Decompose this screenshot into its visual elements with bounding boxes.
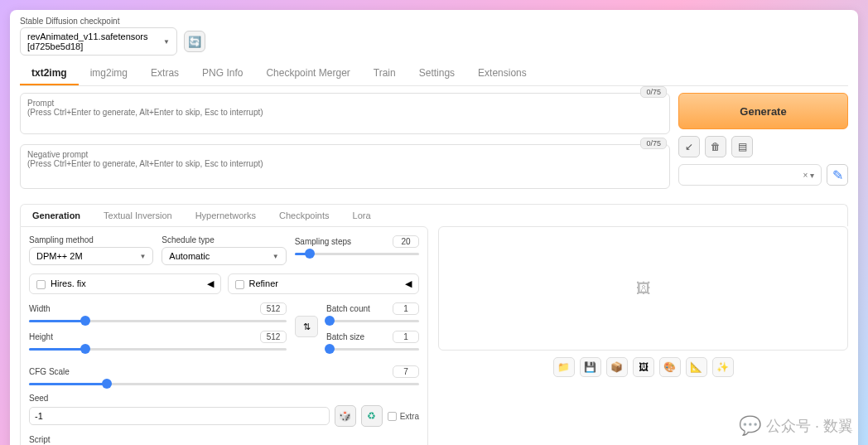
generate-button[interactable]: Generate bbox=[678, 93, 848, 129]
batch-size-value[interactable]: 1 bbox=[393, 331, 419, 343]
upscale-button[interactable]: ✨ bbox=[712, 357, 734, 377]
subtab-generation[interactable]: Generation bbox=[21, 205, 92, 226]
width-slider[interactable] bbox=[29, 317, 287, 324]
tab-extras[interactable]: Extras bbox=[139, 62, 190, 85]
batch-count-value[interactable]: 1 bbox=[393, 302, 419, 315]
dims-row: Width512 Height512 ⇅ Batch count1 bbox=[29, 302, 419, 359]
edit-style-button[interactable]: ✎ bbox=[827, 164, 848, 186]
neg-prompt-input[interactable] bbox=[20, 144, 670, 189]
sampling-method-label: Sampling method bbox=[29, 235, 153, 244]
collapse-row: Hires. fix ◀ Refiner ◀ bbox=[29, 273, 419, 294]
cfg-field: CFG Scale7 bbox=[29, 365, 419, 387]
image-icon: 🖼 bbox=[639, 361, 649, 373]
output-panel: 🖼 📁 💾 📦 🖼 🎨 📐 ✨ bbox=[438, 226, 848, 445]
steps-value[interactable]: 20 bbox=[393, 235, 419, 248]
batch-col: Batch count1 Batch size1 bbox=[326, 302, 419, 359]
checkpoint-value: revAnimated_v11.safetensors [d725be5d18] bbox=[27, 31, 163, 51]
subtab-checkpoints[interactable]: Checkpoints bbox=[268, 205, 341, 226]
save-button[interactable]: 💾 bbox=[580, 357, 601, 377]
arrow-down-left-icon: ↙ bbox=[685, 141, 693, 152]
batch-count-field: Batch count1 bbox=[326, 302, 419, 324]
batch-size-field: Batch size1 bbox=[326, 331, 419, 352]
hires-label: Hires. fix bbox=[51, 278, 86, 288]
seed-input[interactable] bbox=[29, 407, 330, 425]
clipboard-icon: ▤ bbox=[738, 141, 747, 152]
width-field: Width512 bbox=[29, 302, 287, 324]
height-field: Height512 bbox=[29, 331, 287, 352]
script-label: Script bbox=[29, 435, 419, 444]
send-extras-button[interactable]: 📐 bbox=[686, 357, 707, 377]
steps-slider[interactable] bbox=[295, 250, 419, 257]
refiner-checkbox[interactable] bbox=[235, 280, 244, 289]
clipboard-button[interactable]: ▤ bbox=[731, 136, 753, 157]
hires-fix-toggle[interactable]: Hires. fix ◀ bbox=[29, 273, 221, 294]
seed-row: 🎲 ♻ Extra bbox=[29, 405, 419, 427]
reuse-seed-button[interactable]: ♻ bbox=[361, 405, 383, 427]
restore-button[interactable]: ↙ bbox=[678, 136, 700, 157]
refresh-checkpoint-button[interactable]: 🔄 bbox=[184, 31, 205, 52]
sampling-method-select[interactable]: DPM++ 2M ▼ bbox=[29, 247, 153, 265]
right-column: Generate ↙ 🗑 ▤ × ▾ ✎ bbox=[678, 93, 848, 199]
watermark-text: 公众号 · 数翼 bbox=[766, 416, 853, 436]
subtab-textual-inversion[interactable]: Textual Inversion bbox=[92, 205, 184, 226]
wechat-icon: 💬 bbox=[739, 415, 761, 437]
prompt-wrapper: 0/75 bbox=[20, 93, 670, 138]
random-seed-button[interactable]: 🎲 bbox=[335, 405, 356, 427]
height-value[interactable]: 512 bbox=[260, 331, 287, 343]
triangle-left-icon: ◀ bbox=[207, 278, 214, 289]
batch-size-slider[interactable] bbox=[326, 346, 419, 352]
tab-checkpoint-merger[interactable]: Checkpoint Merger bbox=[254, 62, 361, 85]
checkpoint-select[interactable]: revAnimated_v11.safetensors [d725be5d18]… bbox=[20, 27, 177, 56]
seed-label: Seed bbox=[29, 394, 419, 403]
tab-train[interactable]: Train bbox=[362, 62, 407, 85]
action-row: ↙ 🗑 ▤ bbox=[678, 136, 848, 157]
open-folder-button[interactable]: 📁 bbox=[553, 357, 575, 377]
refiner-toggle[interactable]: Refiner ◀ bbox=[228, 273, 420, 294]
batch-count-slider[interactable] bbox=[326, 317, 419, 324]
recycle-icon: ♻ bbox=[367, 410, 376, 422]
chevron-;down-icon: ▼ bbox=[139, 253, 146, 260]
sparkle-icon: ✨ bbox=[716, 361, 729, 373]
extra-seed-toggle[interactable]: Extra bbox=[388, 412, 419, 421]
checkpoint-row: revAnimated_v11.safetensors [d725be5d18]… bbox=[20, 27, 848, 56]
cfg-slider[interactable] bbox=[29, 380, 419, 387]
dice-icon: 🎲 bbox=[339, 410, 351, 422]
archive-icon: 📦 bbox=[610, 361, 623, 373]
zip-button[interactable]: 📦 bbox=[606, 357, 628, 377]
tab-img2img[interactable]: img2img bbox=[79, 62, 139, 85]
tab-txt2img[interactable]: txt2img bbox=[20, 62, 79, 85]
sampling-method-value: DPM++ 2M bbox=[36, 251, 83, 261]
send-inpaint-button[interactable]: 🎨 bbox=[659, 357, 681, 377]
cfg-value[interactable]: 7 bbox=[393, 365, 419, 378]
app-container: Stable Diffusion checkpoint revAnimated_… bbox=[10, 10, 858, 445]
tab-pnginfo[interactable]: PNG Info bbox=[190, 62, 254, 85]
clear-button[interactable]: 🗑 bbox=[705, 136, 726, 157]
triangle-left-icon: ◀ bbox=[405, 278, 412, 289]
workspace: 0/75 0/75 Generate ↙ 🗑 ▤ × ▾ ✎ bbox=[20, 93, 848, 199]
height-slider[interactable] bbox=[29, 346, 287, 352]
refiner-label: Refiner bbox=[249, 278, 278, 288]
send-img2img-button[interactable]: 🖼 bbox=[633, 357, 654, 377]
tab-settings[interactable]: Settings bbox=[407, 62, 466, 85]
style-select[interactable]: × ▾ bbox=[678, 164, 822, 186]
extra-checkbox[interactable] bbox=[388, 412, 397, 421]
schedule-value: Automatic bbox=[169, 251, 210, 261]
swap-icon: ⇅ bbox=[303, 322, 311, 332]
folder-icon: 📁 bbox=[557, 361, 570, 373]
swap-dims-button[interactable]: ⇅ bbox=[295, 316, 318, 337]
schedule-field: Schedule type Automatic ▼ bbox=[162, 235, 286, 265]
tab-extensions[interactable]: Extensions bbox=[466, 62, 538, 85]
hires-checkbox[interactable] bbox=[36, 280, 46, 289]
subtab-hypernetworks[interactable]: Hypernetworks bbox=[184, 205, 268, 226]
subtab-lora[interactable]: Lora bbox=[341, 205, 383, 226]
output-actions: 📁 💾 📦 🖼 🎨 📐 ✨ bbox=[438, 357, 848, 377]
batch-count-label: Batch count bbox=[326, 304, 370, 313]
width-value[interactable]: 512 bbox=[260, 302, 287, 315]
save-icon: 💾 bbox=[584, 361, 596, 373]
chevron-down-icon: ▼ bbox=[163, 38, 170, 46]
batch-size-label: Batch size bbox=[326, 332, 364, 341]
schedule-select[interactable]: Automatic ▼ bbox=[162, 247, 286, 265]
checkpoint-label: Stable Diffusion checkpoint bbox=[20, 17, 848, 26]
extra-label: Extra bbox=[400, 412, 419, 421]
prompt-input[interactable] bbox=[20, 93, 670, 134]
